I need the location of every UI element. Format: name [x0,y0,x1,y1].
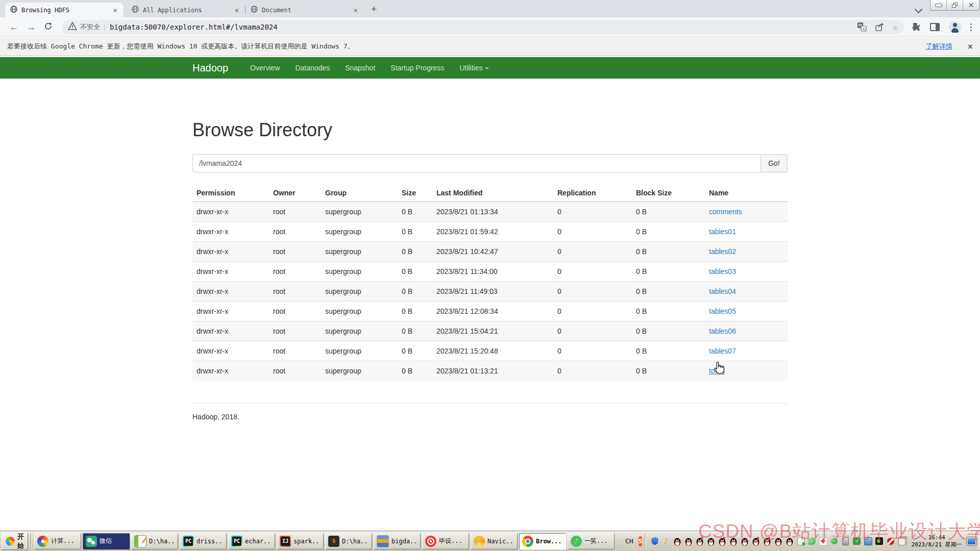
menu-kebab-icon[interactable] [970,23,972,25]
tab-document[interactable]: Document × [246,3,364,17]
directory-link-tables01[interactable]: tables01 [709,228,736,236]
language-indicator[interactable]: CH [623,536,635,546]
translate-icon[interactable]: A [857,22,867,32]
cell-replication: 0 [553,341,632,361]
taskbar-button-qqmusic[interactable]: ♪一笑... [568,533,615,549]
taskbar-button-label: Brow... [536,538,562,545]
nav-datanodes[interactable]: Datanodes [287,64,337,72]
tab-search-chevron-icon[interactable] [915,6,923,14]
table-row: drwxr-xr-xrootsupergroup0 B2023/8/21 01:… [192,361,788,381]
tab-close-icon[interactable]: × [234,7,240,14]
nav-utilities-dropdown[interactable]: Utilities [452,64,496,72]
globe-favicon-icon [251,6,258,14]
sogou-input-icon[interactable]: S [639,536,643,546]
directory-link-tables03[interactable]: tables03 [709,267,736,276]
reload-icon[interactable] [44,22,53,33]
qq-penguin-tray-icon[interactable] [740,536,749,546]
side-panel-icon[interactable] [930,23,940,31]
taskbar-button-label: 计算... [51,537,75,545]
directory-link-tables06[interactable]: tables06 [709,327,736,335]
nav-startup-progress[interactable]: Startup Progress [383,64,452,72]
cell-name: tables04 [705,282,788,302]
clipboard-tray-icon[interactable] [897,536,906,546]
minimize-button[interactable] [930,0,947,10]
address-bar[interactable]: 不安全 bigdata:50070/explorer.html#/lvmama2… [62,20,904,34]
new-tab-button[interactable]: + [371,4,377,15]
taskbar-button-wechat[interactable]: 微信 [83,533,130,549]
qq-penguin-tray-icon[interactable] [672,536,682,546]
directory-path-input[interactable] [192,154,761,172]
cell-owner: root [269,222,321,242]
taskbar-button-chrome[interactable]: Brow... [519,533,566,549]
learn-more-link[interactable]: 了解详情 [926,42,952,51]
directory-link-comments[interactable]: comments [709,208,742,216]
taskbar-button-pycharm[interactable]: PCechar... [228,533,275,549]
directory-link-tables07[interactable]: tables07 [709,347,736,355]
taskbar-button-notepad[interactable]: D:\ha... [131,533,178,549]
cell-block-size: 0 B [632,361,705,381]
tab-browsing-hdfs[interactable]: Browsing HDFS × [5,3,124,17]
tab-close-icon[interactable]: × [112,7,118,14]
taskbar-button-intellij[interactable]: IJspark... [277,533,324,549]
directory-link-tables04[interactable]: tables04 [709,287,736,295]
taskbar-button-navicat[interactable]: Navic... [471,533,518,549]
phone-check-tray-icon[interactable]: ✓ [852,536,862,546]
cell-name: tables07 [705,341,788,361]
share-icon[interactable] [875,22,885,32]
qq-penguin-tray-icon[interactable] [773,536,783,546]
taskbar-button-swirl[interactable]: 计算... [34,533,81,549]
directory-link-tables02[interactable]: tables02 [709,247,736,256]
audio-plug-tray-icon[interactable] [841,536,850,546]
path-input-group: Go! [192,154,788,172]
qq-penguin-tray-icon[interactable] [695,536,704,546]
music-note-tray-icon[interactable]: ♪ [661,536,671,546]
taskbar-button-spiral[interactable]: 毕设... [422,533,469,549]
bookmark-star-icon[interactable]: ☆ [893,22,898,32]
cell-replication: 0 [553,361,632,381]
tab-title: Document [262,7,349,14]
nvidia-tray-icon[interactable] [874,536,884,546]
taskbar-clock[interactable]: 16:44 2023/8/21 星期一 [911,534,962,548]
qq-penguin-tray-icon[interactable] [683,536,693,546]
page-sync-tray-icon[interactable] [796,536,805,546]
extensions-puzzle-icon[interactable] [911,22,921,32]
blue-box-tray-icon[interactable] [863,536,873,546]
nav-overview[interactable]: Overview [242,64,287,72]
taskbar-button-sublime[interactable]: SD:\ha... [325,533,372,549]
clock-time: 16:44 [911,534,962,541]
green-dot-tray-icon[interactable] [829,536,839,546]
red-cross-tray-icon[interactable] [818,536,828,546]
table-row: drwxr-xr-xrootsupergroup0 B2023/8/21 15:… [192,321,788,341]
network-monitor-icon[interactable] [967,536,976,546]
taskbar-button-vmware[interactable]: bigda... [374,533,421,549]
qq-penguin-tray-icon[interactable] [751,536,761,546]
restore-button[interactable] [947,0,963,10]
col-replication: Replication [553,185,632,202]
cell-permission: drwxr-xr-x [192,341,269,361]
qq-penguin-tray-icon[interactable] [728,536,738,546]
warning-triangle-icon[interactable] [68,22,77,32]
back-icon[interactable]: ← [9,22,18,32]
red-slash-tray-icon[interactable] [886,536,895,546]
qq-penguin-tray-icon[interactable] [706,536,716,546]
qq-penguin-tray-icon[interactable] [762,536,772,546]
start-button[interactable]: 开始 [2,533,28,550]
tab-all-applications[interactable]: All Applications × [127,3,245,17]
forward-icon[interactable]: → [27,22,36,32]
profile-avatar[interactable] [949,21,961,33]
banner-close-icon[interactable]: × [968,41,973,52]
close-button[interactable]: ✕ [963,0,979,10]
qq-penguin-tray-icon[interactable] [785,536,794,546]
nav-snapshot[interactable]: Snapshot [337,64,383,72]
go-button[interactable]: Go! [761,154,788,172]
shield-tray-icon[interactable] [650,536,659,546]
qq-penguin-tray-icon[interactable] [717,536,727,546]
cell-last-modified: 2023/8/21 01:59:42 [432,222,553,242]
tab-close-icon[interactable]: × [353,7,359,14]
hadoop-brand[interactable]: Hadoop [192,62,228,74]
cell-group: supergroup [321,202,398,222]
cell-permission: drwxr-xr-x [192,282,269,302]
green-chat-tray-icon[interactable] [807,536,817,546]
taskbar-button-pycharm[interactable]: PCdriss... [180,533,227,549]
directory-link-tables05[interactable]: tables05 [709,307,736,315]
